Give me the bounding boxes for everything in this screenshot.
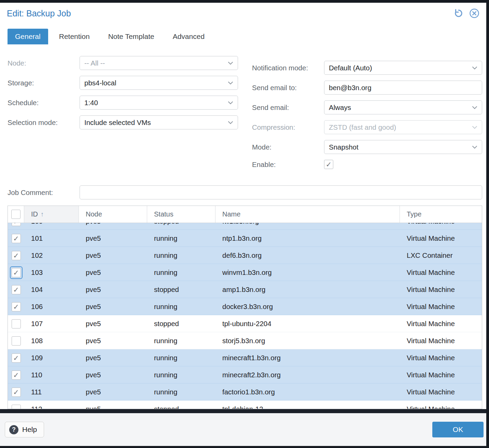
row-select-cell[interactable] [8, 264, 24, 281]
table-row[interactable]: 101pve5runningntp1.b3n.orgVirtual Machin… [8, 230, 482, 247]
chevron-down-icon[interactable] [228, 101, 233, 104]
chevron-down-icon[interactable] [228, 121, 233, 124]
question-icon: ? [9, 425, 18, 434]
row-select-cell[interactable] [8, 315, 24, 332]
row-checkbox[interactable] [12, 234, 21, 243]
row-checkbox[interactable] [12, 223, 21, 226]
row-checkbox[interactable] [12, 370, 21, 380]
tab-general[interactable]: General [8, 29, 48, 44]
row-checkbox[interactable] [12, 336, 21, 346]
row-select-cell[interactable] [8, 366, 24, 383]
cell-status: stopped [147, 315, 215, 332]
cell-type: Virtual Machine [400, 281, 482, 298]
table-row[interactable]: 110pve5runningminecraft2.b3n.orgVirtual … [8, 366, 482, 383]
row-checkbox[interactable] [12, 302, 21, 311]
ok-button[interactable]: OK [432, 422, 484, 437]
close-icon[interactable] [469, 8, 479, 18]
guest-table: ID ↑ Node Status Name Type 100pve5stoppe… [8, 206, 482, 409]
compression-label: Compression: [252, 123, 324, 132]
cell-name: storj5.b3n.org [215, 332, 400, 349]
cell-status: running [147, 366, 215, 383]
tab-retention[interactable]: Retention [52, 29, 97, 44]
table-row[interactable]: 103pve5runningwinvm1.b3n.orgVirtual Mach… [8, 264, 482, 281]
chevron-down-icon[interactable] [472, 145, 477, 149]
storage-combo[interactable]: pbs4-local [80, 76, 238, 90]
compression-combo: ZSTD (fast and good) [324, 120, 482, 134]
table-row[interactable]: 108pve5runningstorj5.b3n.orgVirtual Mach… [8, 332, 482, 349]
row-select-cell[interactable] [8, 401, 24, 409]
cell-node: pve5 [79, 366, 147, 383]
row-select-cell[interactable] [8, 383, 24, 401]
cell-node: pve5 [79, 315, 147, 332]
dialog-titlebar: Edit: Backup Job [0, 3, 486, 22]
table-row[interactable]: 102pve5runningdef6.b3n.orgLXC Container [8, 247, 482, 264]
cell-type: Virtual Machine [400, 366, 482, 383]
table-row[interactable]: 111pve5runningfactorio1.b3n.orgVirtual M… [8, 383, 482, 401]
enable-label: Enable: [252, 160, 324, 169]
row-checkbox[interactable] [12, 388, 21, 397]
cell-id: 103 [24, 264, 79, 281]
send-email-combo[interactable]: Always [324, 100, 482, 114]
row-select-cell[interactable] [8, 223, 24, 230]
chevron-down-icon[interactable] [472, 66, 477, 70]
edit-backup-job-dialog: Edit: Backup Job General Retention Note … [0, 3, 486, 446]
column-header-node[interactable]: Node [79, 206, 147, 223]
cell-type: Virtual Machine [400, 315, 482, 332]
row-checkbox[interactable] [12, 353, 21, 363]
row-select-cell[interactable] [8, 298, 24, 315]
cell-type: Virtual Machine [400, 298, 482, 315]
selection-mode-combo[interactable]: Include selected VMs [80, 115, 238, 129]
cell-id: 111 [24, 383, 79, 401]
help-button[interactable]: ? Help [5, 422, 44, 437]
select-all-checkbox[interactable] [11, 210, 20, 219]
cell-id: 104 [24, 281, 79, 298]
notification-mode-combo[interactable]: Default (Auto) [324, 61, 482, 75]
row-select-cell[interactable] [8, 230, 24, 247]
column-header-name[interactable]: Name [215, 206, 400, 223]
column-header-status[interactable]: Status [147, 206, 215, 223]
select-all-checkbox-cell[interactable] [8, 206, 24, 223]
chevron-down-icon[interactable] [228, 61, 233, 65]
table-row[interactable]: 107pve5stoppedtpl-ubuntu-2204Virtual Mac… [8, 315, 482, 332]
cell-name: minecraft1.b3n.org [215, 349, 400, 366]
cell-node: pve5 [79, 223, 147, 230]
schedule-combo[interactable]: 1:40 [80, 96, 238, 110]
table-row[interactable]: 112pve5stoppedtpl-debian-12Virtual Machi… [8, 401, 482, 409]
row-select-cell[interactable] [8, 281, 24, 298]
job-comment-label: Job Comment: [8, 188, 80, 197]
send-email-to-input[interactable] [324, 81, 482, 95]
form-column-right: Notification mode: Default (Auto) Send e… [252, 61, 482, 169]
mode-combo[interactable]: Snapshot [324, 140, 482, 154]
tab-note-template[interactable]: Note Template [101, 29, 162, 44]
cell-status: running [147, 247, 215, 264]
table-row[interactable]: 100pve5stoppedfw1.b3n.orgVirtual Machine [8, 223, 482, 230]
undo-icon[interactable] [453, 8, 464, 18]
column-header-id[interactable]: ID ↑ [24, 206, 79, 223]
cell-node: pve5 [79, 383, 147, 401]
table-row[interactable]: 106pve5runningdocker3.b3n.orgVirtual Mac… [8, 298, 482, 315]
row-checkbox[interactable] [12, 285, 21, 294]
cell-id: 101 [24, 230, 79, 247]
row-select-cell[interactable] [8, 349, 24, 366]
column-header-type[interactable]: Type [400, 206, 482, 223]
chevron-down-icon[interactable] [228, 81, 233, 85]
enable-checkbox[interactable] [324, 160, 333, 169]
row-checkbox[interactable] [12, 319, 21, 328]
row-checkbox[interactable] [12, 251, 21, 260]
cell-status: running [147, 298, 215, 315]
node-label: Node: [8, 59, 80, 68]
table-row[interactable]: 104pve5stoppedamp1.b3n.orgVirtual Machin… [8, 281, 482, 298]
table-row[interactable]: 109pve5runningminecraft1.b3n.orgVirtual … [8, 349, 482, 366]
row-checkbox[interactable] [12, 268, 21, 277]
cell-type: Virtual Machine [400, 332, 482, 349]
row-select-cell[interactable] [8, 332, 24, 349]
chevron-down-icon[interactable] [472, 106, 477, 109]
node-combo[interactable]: -- All -- [80, 56, 238, 70]
tab-advanced[interactable]: Advanced [165, 29, 212, 44]
cell-type: Virtual Machine [400, 401, 482, 409]
cell-name: factorio1.b3n.org [215, 383, 400, 401]
row-checkbox[interactable] [12, 405, 21, 409]
job-comment-input[interactable] [80, 185, 482, 199]
row-select-cell[interactable] [8, 247, 24, 264]
cell-id: 109 [24, 349, 79, 366]
